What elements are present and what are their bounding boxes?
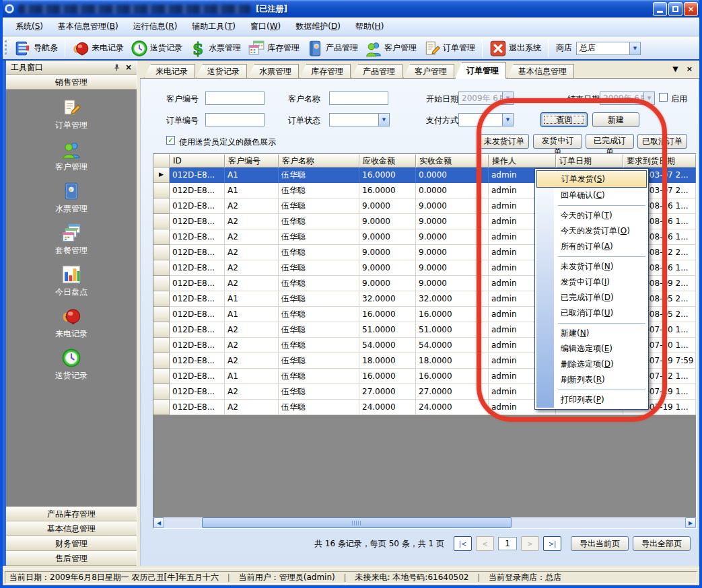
menu-item[interactable]: 辅助工具(T) [184, 18, 243, 35]
context-menu-item-删除选定项(D)[interactable]: 删除选定项(D) [536, 357, 647, 372]
sidebar-item-送货记录[interactable]: 送货记录 [6, 344, 137, 385]
export-all-pages-button[interactable]: 导出全部页 [633, 536, 691, 551]
tab-客户管理[interactable]: 客户管理 [403, 64, 454, 78]
tab-close-icon[interactable]: × [687, 65, 693, 73]
sidebar-item-订单管理[interactable]: 订单管理 [6, 94, 137, 135]
column-header-订单日期[interactable]: 订单日期 [556, 154, 623, 168]
toolbar-button[interactable]: $水票管理 [186, 38, 244, 59]
sidebar-item-来电记录[interactable]: 来电记录 [6, 302, 137, 344]
maximize-button[interactable] [668, 2, 682, 16]
context-menu-item-已完成订单(D)[interactable]: 已完成订单(D) [536, 290, 647, 305]
column-header-要求到货日期[interactable]: 要求到货日期 [623, 154, 696, 168]
context-menu-item-打印列表(P)[interactable]: 打印列表(P) [536, 392, 647, 408]
context-menu-item-新建(N)[interactable]: 新建(N) [536, 326, 647, 341]
column-header-ID[interactable]: ID [170, 154, 225, 168]
row-selector-cell[interactable] [153, 245, 170, 260]
order-status-select[interactable]: ▼ [329, 113, 390, 126]
tab-库存管理[interactable]: 库存管理 [300, 64, 351, 78]
menu-item[interactable]: 窗口(W) [243, 18, 288, 35]
tab-订单管理[interactable]: 订单管理 [455, 62, 506, 79]
start-date-picker[interactable]: 2009年 6月 8日 ▼ [458, 91, 514, 105]
order-no-input[interactable] [205, 113, 265, 126]
toolbar-button[interactable]: 送货记录 [127, 38, 186, 59]
shop-select[interactable]: 总店▼ [576, 42, 641, 55]
status-filter-button-已完成订单[interactable]: 已完成订单 [586, 134, 634, 149]
column-header-客户编号[interactable]: 客户编号 [225, 154, 279, 168]
sidebar-item-客户管理[interactable]: 客户管理 [6, 135, 137, 177]
row-selector-cell[interactable] [153, 229, 170, 245]
context-menu-item-未发货订单(N)[interactable]: 未发货订单(N) [536, 259, 647, 274]
row-selector-cell[interactable] [153, 276, 170, 291]
row-selector-cell[interactable]: ▶ [153, 168, 170, 183]
context-menu-item-所有的订单(A)[interactable]: 所有的订单(A) [536, 239, 647, 254]
sidebar-group-财务管理[interactable]: 财务管理 [6, 536, 137, 551]
toolbar-button[interactable]: 库存管理 [244, 38, 303, 59]
sidebar-item-今日盘点[interactable]: 今日盘点 [6, 260, 137, 302]
context-menu-item-今天的订单(T)[interactable]: 今天的订单(T) [536, 208, 647, 223]
tab-基本信息管理[interactable]: 基本信息管理 [507, 64, 574, 78]
menu-item[interactable]: 基本信息管理(B) [50, 18, 126, 35]
customer-name-input[interactable] [329, 91, 388, 105]
horizontal-scrollbar[interactable]: ◀ ▶ [153, 517, 696, 528]
new-button[interactable]: 新建 [592, 112, 639, 127]
toolbar-button[interactable]: 来电记录 [69, 38, 127, 59]
context-menu-item-刷新列表(R)[interactable]: 刷新列表(R) [536, 372, 647, 388]
row-selector-cell[interactable] [153, 353, 170, 369]
status-filter-button-未发货订单[interactable]: 未发货订单 [479, 134, 529, 149]
row-selector-cell[interactable] [153, 260, 170, 276]
toolbar-button[interactable]: 客户管理 [361, 38, 420, 59]
context-menu-item-今天的发货订单(O)[interactable]: 今天的发货订单(O) [536, 223, 647, 239]
row-selector-cell[interactable] [153, 307, 170, 322]
sidebar-group-基本信息管理[interactable]: 基本信息管理 [6, 521, 137, 536]
row-selector-cell[interactable] [153, 291, 170, 307]
tab-list-chevron-icon[interactable]: ▼ [672, 65, 678, 73]
sidebar-close-icon[interactable]: × [125, 63, 132, 72]
context-menu-item-已取消订单(U)[interactable]: 已取消订单(U) [536, 305, 647, 321]
row-selector-cell[interactable] [153, 214, 170, 229]
pin-icon[interactable] [112, 63, 121, 72]
sidebar-group-售后管理[interactable]: 售后管理 [6, 551, 137, 566]
enable-checkbox[interactable] [659, 93, 668, 102]
row-selector-cell[interactable] [153, 338, 170, 353]
row-selector-cell[interactable] [153, 384, 170, 400]
row-selector-cell[interactable] [153, 322, 170, 338]
menu-item[interactable]: 系统(S) [8, 18, 50, 35]
scroll-right-icon[interactable]: ▶ [685, 517, 696, 528]
page-number-input[interactable] [498, 537, 517, 550]
minimize-button[interactable] [653, 2, 667, 16]
row-selector-cell[interactable] [153, 400, 170, 415]
column-header-应收金额[interactable]: 应收金额 [359, 154, 416, 168]
scroll-left-icon[interactable]: ◀ [153, 517, 164, 528]
menu-item[interactable]: 帮助(H) [348, 18, 391, 35]
sidebar-item-套餐管理[interactable]: 套餐管理 [6, 219, 137, 260]
close-button[interactable]: × [684, 2, 698, 16]
tab-来电记录[interactable]: 来电记录 [144, 64, 195, 78]
end-date-picker[interactable]: 2009年 6月 8日 ▼ [600, 91, 655, 105]
toolbar-button[interactable]: 产品管理 [303, 38, 361, 59]
last-page-button[interactable]: >| [543, 536, 561, 551]
status-filter-button-已取消订单[interactable]: 已取消订单 [637, 134, 687, 149]
row-selector-cell[interactable] [153, 369, 170, 384]
menu-item[interactable]: 数据维护(D) [288, 18, 348, 35]
delivery-color-checkbox[interactable]: ✓ [166, 136, 175, 145]
next-page-button[interactable]: > [521, 536, 539, 551]
column-header-操作人[interactable]: 操作人 [489, 154, 556, 168]
tab-水票管理[interactable]: 水票管理 [248, 64, 299, 78]
row-selector-cell[interactable] [153, 183, 170, 198]
customer-no-input[interactable] [205, 91, 265, 105]
sidebar-item-水票管理[interactable]: 水票管理 [6, 177, 137, 219]
toolbar-button[interactable]: 订单管理 [420, 38, 479, 59]
first-page-button[interactable]: |< [454, 536, 472, 551]
sidebar-group-产品库存管理[interactable]: 产品库存管理 [6, 507, 137, 521]
scrollbar-thumb[interactable] [202, 517, 512, 528]
menu-item[interactable]: 运行信息(R) [126, 18, 185, 35]
toolbar-button[interactable]: 导航条 [11, 38, 61, 59]
export-current-page-button[interactable]: 导出当前页 [571, 536, 629, 551]
row-selector-cell[interactable] [153, 198, 170, 214]
pay-method-select[interactable]: ▼ [458, 113, 514, 126]
context-menu-item-发货中订单(I)[interactable]: 发货中订单(I) [536, 274, 647, 290]
toolbar-button[interactable]: 退出系统 [486, 38, 545, 59]
column-header-实收金额[interactable]: 实收金额 [416, 154, 489, 168]
column-header-客户名称[interactable]: 客户名称 [279, 154, 359, 168]
context-menu-item-编辑选定项(E)[interactable]: 编辑选定项(E) [536, 341, 647, 357]
